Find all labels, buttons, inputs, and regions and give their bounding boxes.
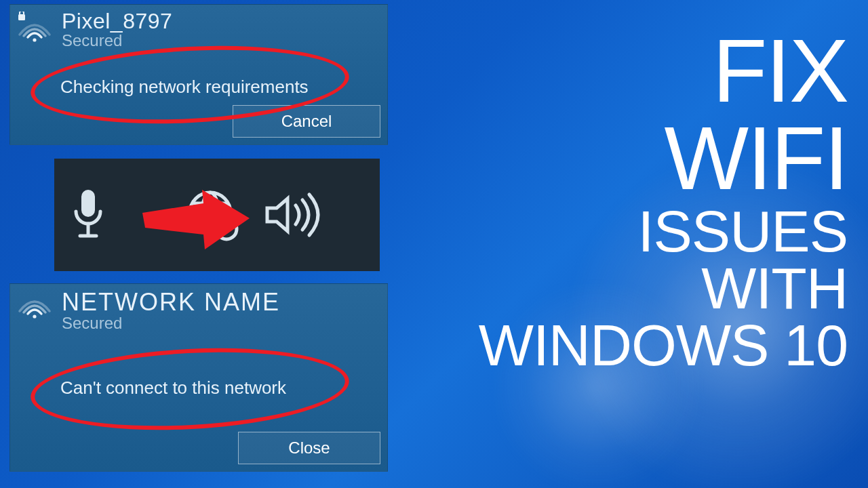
svg-rect-1 [18,14,25,20]
network-name: Pixel_8797 [62,9,380,34]
headline-line-4: WITH [479,260,848,317]
taskbar-tray [54,159,380,271]
headline-line-2: WIFI [479,115,848,202]
svg-point-13 [33,314,36,318]
close-button[interactable]: Close [238,432,380,464]
headline: FIX WIFI ISSUES WITH WINDOWS 10 [479,27,848,374]
headline-line-3: ISSUES [479,203,848,260]
network-status-text: Checking network requirements [60,77,309,98]
wifi-icon [14,288,55,322]
wifi-connecting-panel: Pixel_8797 Secured Checking network requ… [9,4,388,145]
wifi-secured-icon [14,9,55,43]
network-status-text: Can't connect to this network [60,378,286,399]
wifi-error-panel: NETWORK NAME Secured Can't connect to th… [9,283,388,472]
headline-line-1: FIX [479,27,848,115]
svg-rect-2 [81,190,95,217]
svg-point-0 [33,38,36,41]
headline-line-5: WINDOWS 10 [479,317,848,373]
microphone-icon[interactable] [68,184,108,245]
network-name: NETWORK NAME [62,288,380,317]
network-security-label: Secured [62,314,380,333]
volume-icon[interactable] [262,188,330,242]
cancel-button[interactable]: Cancel [233,105,380,138]
network-security-label: Secured [62,31,380,50]
network-no-internet-icon[interactable] [183,186,241,244]
